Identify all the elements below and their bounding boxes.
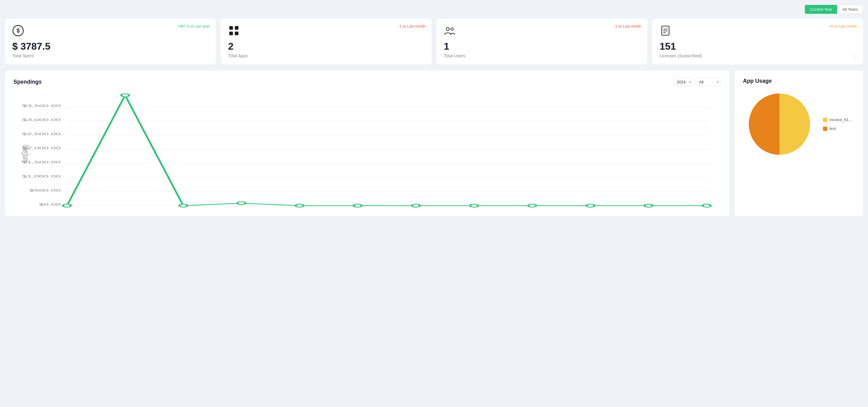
line-chart-container: $0.00 $500.00 $1,000.00 $1,500.00 $2,000… xyxy=(13,92,721,209)
svg-text:Sum(Sales): Sum(Sales) xyxy=(20,145,30,162)
svg-rect-3 xyxy=(235,26,239,30)
spendings-title: Spendings xyxy=(13,79,42,85)
users-icon xyxy=(444,25,456,36)
svg-text:$3,000.00: $3,000.00 xyxy=(22,118,61,122)
bottom-section: Spendings 2024 2023 2022 All Monthly Wee… xyxy=(5,70,863,216)
vs-label-total-users: -1 vs Last month xyxy=(614,24,641,29)
total-spent-label: Total Spent xyxy=(12,53,209,58)
licenses-more-button[interactable]: ⋮ xyxy=(853,54,859,59)
svg-text:$3,500.00: $3,500.00 xyxy=(22,104,61,107)
current-year-button[interactable]: Current Year xyxy=(805,5,837,14)
legend-color-test xyxy=(823,127,827,131)
year-filter[interactable]: 2024 2023 2022 xyxy=(673,78,693,86)
svg-text:$500.00: $500.00 xyxy=(29,188,61,192)
svg-point-7 xyxy=(451,28,453,30)
legend: invoice_61... test xyxy=(823,117,852,131)
legend-color-invoice xyxy=(823,118,827,122)
stat-card-licenses: +0 vs Last month 151 Licenses (Subscribe… xyxy=(652,19,863,64)
svg-point-42 xyxy=(63,204,71,207)
chart-filters: 2024 2023 2022 All Monthly Weekly xyxy=(673,78,721,86)
stat-card-total-users: -1 vs Last month 1 Total Users xyxy=(436,19,647,64)
svg-point-50 xyxy=(528,204,536,207)
license-icon xyxy=(659,25,671,36)
stat-card-total-apps: -1 vs Last month 2 Total Apps xyxy=(221,19,432,64)
total-apps-value: 2 xyxy=(228,41,424,52)
svg-text:$1,000.00: $1,000.00 xyxy=(22,175,61,178)
period-filter[interactable]: All Monthly Weekly xyxy=(696,78,721,86)
pie-chart-svg xyxy=(746,90,813,158)
stat-cards: +987.5 vs Last year $ $ 3787.5 Total Spe… xyxy=(5,19,863,64)
svg-text:$0.00: $0.00 xyxy=(39,202,61,206)
app-usage-title: App Usage xyxy=(743,78,855,84)
svg-point-44 xyxy=(179,204,187,207)
vs-label-total-spent: +987.5 vs Last year xyxy=(178,24,210,29)
svg-text:$2,500.00: $2,500.00 xyxy=(22,132,61,136)
svg-point-46 xyxy=(296,204,304,207)
spendings-card: Spendings 2024 2023 2022 All Monthly Wee… xyxy=(5,70,730,216)
svg-point-6 xyxy=(446,28,449,31)
vs-label-total-apps: -1 vs Last month xyxy=(398,24,426,29)
dollar-circle-icon: $ xyxy=(12,25,24,36)
licenses-label: Licenses (Subscribed) xyxy=(659,53,856,58)
svg-point-45 xyxy=(238,202,246,205)
svg-rect-5 xyxy=(235,32,239,35)
legend-label-invoice: invoice_61... xyxy=(830,117,852,122)
year-filter-wrap: 2024 2023 2022 xyxy=(673,78,693,86)
legend-item-test: test xyxy=(823,126,852,131)
svg-point-43 xyxy=(121,94,129,97)
stat-card-total-spent: +987.5 vs Last year $ $ 3787.5 Total Spe… xyxy=(5,19,216,64)
line-chart-svg: $0.00 $500.00 $1,000.00 $1,500.00 $2,000… xyxy=(13,92,721,209)
all-years-button[interactable]: All Years xyxy=(837,5,863,14)
period-filter-wrap: All Monthly Weekly xyxy=(696,78,721,86)
total-spent-value: $ 3787.5 xyxy=(12,41,209,52)
apps-icon xyxy=(228,25,240,36)
chart-header: Spendings 2024 2023 2022 All Monthly Wee… xyxy=(13,78,721,86)
svg-point-49 xyxy=(470,204,478,207)
app-usage-card: App Usage invoice_61... test xyxy=(734,70,863,216)
total-users-label: Total Users xyxy=(444,53,640,58)
svg-text:$: $ xyxy=(17,28,20,34)
svg-point-51 xyxy=(586,204,594,207)
pie-chart-wrap: invoice_61... test xyxy=(743,90,855,158)
licenses-value: 151 xyxy=(659,41,856,52)
legend-item-invoice: invoice_61... xyxy=(823,117,852,122)
svg-point-52 xyxy=(645,204,653,207)
top-bar: Current Year All Years xyxy=(5,5,863,14)
svg-rect-2 xyxy=(229,26,233,30)
svg-rect-4 xyxy=(229,32,233,35)
vs-label-licenses: +0 vs Last month xyxy=(829,24,857,29)
legend-label-test: test xyxy=(830,126,836,131)
total-users-value: 1 xyxy=(444,41,640,52)
svg-point-48 xyxy=(412,204,420,207)
total-apps-label: Total Apps xyxy=(228,53,424,58)
svg-point-47 xyxy=(354,204,362,207)
svg-point-53 xyxy=(703,204,711,207)
